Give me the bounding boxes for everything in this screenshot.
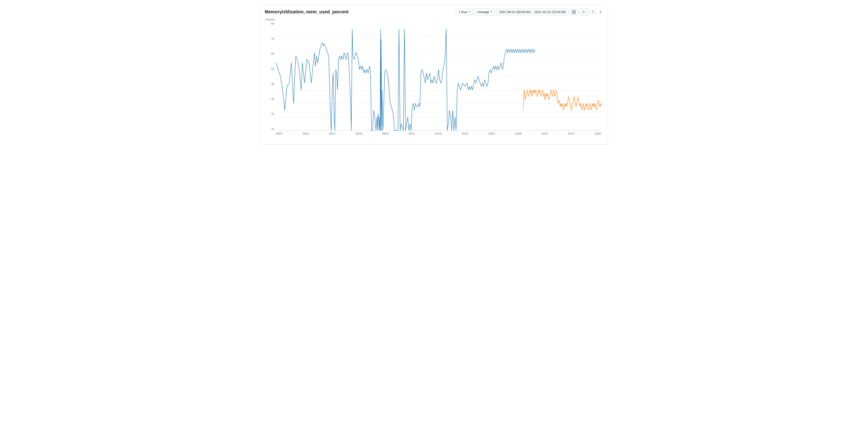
orange-series (523, 90, 601, 110)
x-tick-0807: 08/07 (276, 132, 283, 135)
widget-container: MemoryUtilization, mem_used_percent 1 ho… (260, 4, 608, 145)
stat-label: Average (477, 10, 489, 14)
svg-rect-6 (575, 12, 575, 12)
y-tick-50: 50 (271, 67, 274, 70)
x-tick-1030: 10/30 (594, 132, 601, 135)
y-tick-10: 10 (271, 127, 274, 131)
x-tick-1023: 10/23 (568, 132, 575, 135)
svg-rect-8 (574, 13, 574, 13)
y-tick-20: 20 (271, 112, 274, 116)
period-dropdown[interactable]: 1 hour (456, 9, 473, 15)
x-tick-0918: 09/18 (435, 132, 442, 135)
x-tick-0911: 09/11 (409, 132, 415, 135)
calendar-icon (572, 10, 576, 14)
y-tick-80: 80 (271, 22, 274, 25)
x-tick-1009: 10/09 (515, 132, 522, 135)
svg-rect-5 (574, 12, 574, 12)
date-end: 2021-10-31 (23:59:59) (534, 10, 566, 14)
stat-dropdown-arrow (491, 11, 492, 12)
x-tick-0828: 08/28 (355, 132, 362, 135)
refresh-button[interactable]: ↻ (580, 8, 587, 16)
more-options-button[interactable] (589, 10, 596, 14)
chart-area: Percent 80 70 60 50 40 30 20 10 (265, 18, 603, 140)
x-tick-0904: 09/04 (382, 132, 389, 135)
chart-wrapper: 80 70 60 50 40 30 20 10 (265, 22, 603, 140)
y-tick-40: 40 (271, 82, 274, 86)
period-dropdown-arrow (469, 11, 471, 12)
x-tick-0925: 09/25 (462, 132, 468, 135)
svg-rect-4 (573, 12, 574, 12)
blue-series (276, 29, 535, 130)
calendar-button[interactable] (570, 9, 578, 15)
chart-svg (276, 22, 601, 130)
header-controls: 1 hour Average 2021-08-01 (00:00:00) › 2… (456, 8, 603, 16)
y-tick-30: 30 (271, 97, 274, 101)
y-tick-70: 70 (271, 37, 274, 40)
y-axis: 80 70 60 50 40 30 20 10 (265, 22, 276, 131)
y-tick-60: 60 (271, 52, 274, 55)
refresh-icon: ↻ (582, 10, 585, 14)
date-range-arrow: › (532, 10, 533, 14)
stat-dropdown[interactable]: Average (475, 9, 495, 15)
x-tick-1016: 10/16 (541, 132, 548, 135)
svg-rect-7 (573, 13, 574, 13)
x-tick-0821: 08/21 (329, 132, 336, 135)
widget-title: MemoryUtilization, mem_used_percent (265, 9, 348, 14)
widget-header: MemoryUtilization, mem_used_percent 1 ho… (265, 8, 603, 16)
close-button[interactable]: × (598, 9, 603, 15)
x-tick-1002: 10/02 (488, 132, 495, 135)
y-axis-label: Percent (266, 18, 603, 21)
x-tick-0814: 08/14 (303, 132, 309, 135)
chart-inner (276, 22, 601, 131)
date-start: 2021-08-01 (00:00:00) (499, 10, 530, 14)
x-axis: 08/07 08/14 08/21 08/28 09/04 09/11 09/1… (276, 131, 601, 140)
more-options-arrow (592, 11, 594, 12)
date-range-button[interactable]: 2021-08-01 (00:00:00) › 2021-10-31 (23:5… (497, 9, 568, 15)
period-label: 1 hour (458, 10, 467, 14)
